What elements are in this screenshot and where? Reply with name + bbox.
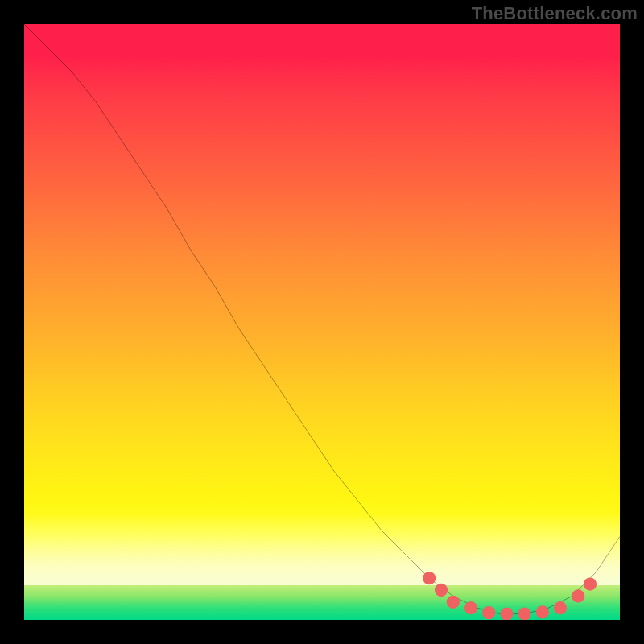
highlight-dot [423,572,436,584]
highlight-dot [500,607,513,620]
curve-layer [24,24,620,620]
watermark-text: TheBottleneck.com [472,3,638,24]
highlight-dot [447,596,460,609]
highlight-dots-group [423,572,597,620]
highlight-dot [554,601,567,614]
highlight-dot [464,601,477,614]
chart-frame: TheBottleneck.com [0,0,644,644]
plot-area [24,24,620,620]
highlight-dot [584,577,597,590]
highlight-dot [572,589,584,602]
bottleneck-curve-path [24,24,620,614]
highlight-dot [518,607,530,620]
highlight-dot [536,605,549,618]
highlight-dot [482,606,495,619]
highlight-dot [435,584,448,597]
